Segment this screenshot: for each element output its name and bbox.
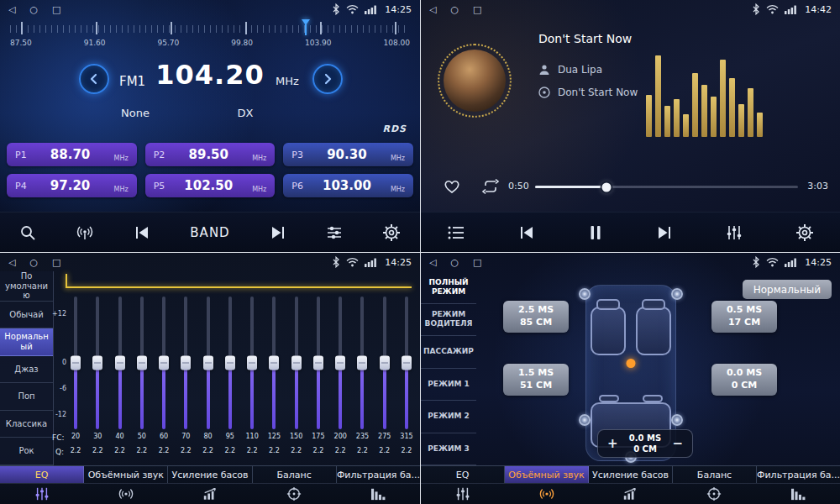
tab-surround-sound[interactable]: Объёмный звук (505, 466, 589, 483)
eq-band-slider[interactable] (69, 297, 82, 429)
eq-band-slider[interactable] (135, 297, 149, 429)
back-icon[interactable]: ◁ (429, 258, 436, 267)
repeat-button[interactable] (480, 178, 501, 195)
recents-icon[interactable]: □ (473, 5, 481, 14)
eq-band-slider[interactable] (400, 297, 413, 429)
eq-band-slider[interactable] (157, 297, 171, 429)
tab-filter[interactable]: Фильтрация ба... (757, 466, 840, 483)
home-icon[interactable]: ○ (450, 5, 459, 14)
recents-icon[interactable]: □ (52, 5, 60, 14)
eq-band-slider[interactable] (333, 297, 347, 429)
eq-slider-knob[interactable] (92, 356, 102, 370)
preset-5-button[interactable]: P5 102.50 MHz (145, 174, 276, 197)
tab-bass-boost[interactable]: Усиление басов (589, 466, 673, 483)
increase-delay-button[interactable]: + (607, 438, 618, 450)
home-icon[interactable]: ○ (29, 258, 38, 267)
front-right-speaker-icon[interactable] (671, 288, 683, 300)
audio-settings-button[interactable] (326, 225, 343, 240)
filter-icon[interactable] (336, 487, 420, 501)
bass-boost-icon[interactable] (168, 486, 252, 501)
balance-icon[interactable] (252, 486, 336, 501)
preset-2-button[interactable]: P2 89.50 MHz (145, 143, 276, 166)
mode-2[interactable]: РЕЖИМ 2 (421, 401, 476, 433)
eq-preset-rock[interactable]: Рок (0, 438, 53, 465)
previous-track-button[interactable] (518, 225, 535, 240)
eq-band-slider[interactable] (378, 297, 391, 429)
favorite-button[interactable] (443, 177, 461, 194)
home-icon[interactable]: ○ (450, 258, 459, 267)
rear-left-speaker-icon[interactable] (579, 414, 591, 426)
previous-station-button[interactable] (134, 225, 150, 240)
tab-balance[interactable]: Баланс (673, 466, 757, 483)
front-left-speaker-icon[interactable] (579, 288, 591, 300)
back-icon[interactable]: ◁ (8, 258, 15, 267)
eq-slider-knob[interactable] (291, 356, 302, 370)
tune-up-button[interactable] (312, 64, 343, 94)
eq-band-slider[interactable] (91, 297, 104, 429)
tab-balance[interactable]: Баланс (253, 466, 337, 483)
preset-3-button[interactable]: P3 90.30 MHz (283, 143, 413, 166)
next-track-button[interactable] (656, 225, 673, 240)
sound-profile-button[interactable]: Нормальный (743, 280, 832, 299)
eq-preset-normal[interactable]: Нормальный (0, 328, 53, 356)
eq-slider-knob[interactable] (137, 356, 147, 370)
bass-boost-icon[interactable] (589, 486, 673, 501)
eq-slider-knob[interactable] (335, 356, 345, 370)
eq-preset-classic[interactable]: Классика (0, 411, 53, 438)
eq-preset-jazz[interactable]: Джаз (0, 356, 53, 384)
tab-filter[interactable]: Фильтрация ба... (337, 466, 420, 483)
mode-1[interactable]: РЕЖИМ 1 (421, 369, 476, 402)
eq-band-slider[interactable] (267, 297, 281, 429)
back-icon[interactable]: ◁ (8, 5, 15, 14)
band-button[interactable]: BAND (190, 225, 229, 240)
surround-icon[interactable] (84, 486, 168, 501)
mode-driver[interactable]: РЕЖИМ ВОДИТЕЛЯ (421, 304, 476, 337)
progress-bar[interactable] (535, 186, 798, 188)
recents-icon[interactable]: □ (473, 258, 481, 267)
eq-band-slider[interactable] (202, 297, 215, 429)
settings-button[interactable] (382, 223, 401, 242)
eq-slider-knob[interactable] (269, 356, 279, 370)
back-icon[interactable]: ◁ (429, 5, 436, 14)
rear-right-speaker-icon[interactable] (671, 414, 683, 426)
eq-band-slider[interactable] (245, 297, 259, 429)
pause-button[interactable] (588, 224, 603, 241)
tune-down-button[interactable] (79, 64, 109, 94)
filter-icon[interactable] (756, 487, 840, 501)
tab-eq[interactable]: EQ (421, 466, 505, 483)
eq-slider-knob[interactable] (357, 356, 367, 370)
mode-full[interactable]: ПОЛНЫЙ РЕЖИМ (421, 271, 476, 304)
home-icon[interactable]: ○ (29, 5, 38, 14)
preset-4-button[interactable]: P4 97.20 MHz (7, 174, 137, 197)
tab-bass-boost[interactable]: Усиление басов (168, 466, 252, 483)
next-station-button[interactable] (270, 225, 286, 240)
eq-band-slider[interactable] (223, 297, 237, 429)
settings-button[interactable] (795, 223, 814, 242)
eq-slider-knob[interactable] (313, 356, 323, 370)
eq-slider-knob[interactable] (225, 356, 235, 370)
mode-passenger[interactable]: ПАССАЖИР (421, 336, 476, 369)
decrease-delay-button[interactable]: − (672, 438, 683, 450)
eq-band-slider[interactable] (113, 297, 127, 429)
eq-band-slider[interactable] (312, 297, 325, 429)
eq-slider-knob[interactable] (247, 356, 257, 370)
scan-button[interactable] (19, 224, 36, 241)
preset-1-button[interactable]: P1 88.70 MHz (7, 143, 137, 166)
eq-slider-knob[interactable] (115, 356, 125, 370)
equalizer-button[interactable] (726, 224, 743, 241)
eq-band-slider[interactable] (179, 297, 192, 429)
equalizer-icon[interactable] (421, 486, 505, 501)
frequency-ruler[interactable]: 87.50 91.60 95.70 99.80 103.90 108.00 (10, 22, 410, 52)
tab-surround-sound[interactable]: Объёмный звук (84, 466, 168, 483)
eq-band-slider[interactable] (290, 297, 303, 429)
eq-slider-knob[interactable] (181, 356, 191, 370)
eq-slider-knob[interactable] (402, 356, 412, 370)
eq-preset-custom[interactable]: Обычай (0, 302, 53, 329)
preset-6-button[interactable]: P6 103.00 MHz (283, 174, 413, 197)
radio-source-button[interactable] (76, 224, 94, 241)
recents-icon[interactable]: □ (52, 258, 60, 267)
playlist-button[interactable] (447, 225, 465, 240)
surround-icon[interactable] (505, 486, 589, 501)
eq-slider-knob[interactable] (71, 356, 81, 370)
mode-3[interactable]: РЕЖИМ 3 (421, 433, 476, 466)
